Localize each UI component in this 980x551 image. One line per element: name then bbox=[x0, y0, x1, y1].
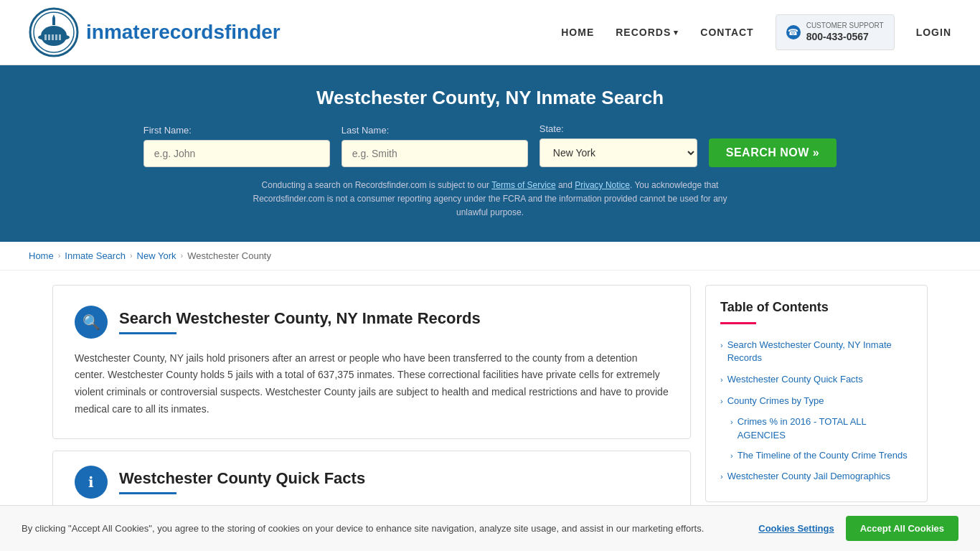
toc-sub-item-1[interactable]: › Crimes % in 2016 - TOTAL ALL AGENCIES bbox=[720, 412, 913, 445]
toc-sub-item-2[interactable]: › The Timeline of the County Crime Trend… bbox=[720, 446, 913, 466]
toc-title: Table of Contents bbox=[720, 300, 913, 315]
chevron-right-icon-6: › bbox=[720, 471, 723, 482]
cookie-accept-button[interactable]: Accept All Cookies bbox=[846, 516, 958, 540]
breadcrumb: Home › Inmate Search › New York › Westch… bbox=[0, 242, 980, 270]
hero-section: Westchester County, NY Inmate Search Fir… bbox=[0, 65, 980, 242]
section2-title-block: Westchester County Quick Facts bbox=[119, 469, 365, 494]
toc-card: Table of Contents › Search Westchester C… bbox=[705, 285, 928, 503]
section1-title-block: Search Westchester County, NY Inmate Rec… bbox=[119, 309, 481, 334]
logo-icon bbox=[29, 7, 79, 57]
site-header: inmaterecordsfinder HOME RECORDS ▾ CONTA… bbox=[0, 0, 980, 65]
svg-rect-6 bbox=[44, 34, 47, 40]
search-icon: 🔍 bbox=[75, 306, 108, 339]
toc-item-4[interactable]: › Westchester County Jail Demographics bbox=[720, 466, 913, 487]
search-button[interactable]: SEARCH NOW » bbox=[709, 138, 837, 167]
cookie-settings-button[interactable]: Cookies Settings bbox=[758, 523, 834, 534]
section2-header: ℹ Westchester County Quick Facts bbox=[75, 466, 669, 499]
svg-rect-4 bbox=[52, 18, 55, 25]
toc-divider bbox=[720, 322, 756, 324]
toc-item-3[interactable]: › County Crimes by Type bbox=[720, 390, 913, 412]
sidebar: Table of Contents › Search Westchester C… bbox=[705, 285, 928, 525]
toc-item-1[interactable]: › Search Westchester County, NY Inmate R… bbox=[720, 334, 913, 369]
first-name-label: First Name: bbox=[143, 125, 192, 136]
breadcrumb-sep-2: › bbox=[130, 251, 133, 260]
chevron-right-icon-5: › bbox=[730, 451, 733, 461]
nav-home[interactable]: HOME bbox=[561, 27, 594, 38]
logo-text: inmaterecordsfinder bbox=[86, 21, 281, 44]
section2-underline bbox=[119, 492, 176, 494]
chevron-right-icon-3: › bbox=[720, 396, 723, 407]
last-name-label: Last Name: bbox=[341, 125, 389, 136]
first-name-input[interactable] bbox=[143, 140, 330, 167]
content-area: 🔍 Search Westchester County, NY Inmate R… bbox=[52, 285, 691, 525]
hero-disclaimer: Conducting a search on Recordsfinder.com… bbox=[239, 179, 741, 220]
toc-item-2[interactable]: › Westchester County Quick Facts bbox=[720, 369, 913, 390]
info-icon: ℹ bbox=[75, 466, 108, 499]
svg-rect-7 bbox=[48, 34, 50, 40]
hero-title: Westchester County, NY Inmate Search bbox=[29, 87, 951, 109]
last-name-group: Last Name: bbox=[341, 125, 528, 167]
cookie-actions: Cookies Settings Accept All Cookies bbox=[758, 516, 958, 540]
nav-login[interactable]: LOGIN bbox=[916, 27, 951, 38]
customer-support-button[interactable]: ☎ CUSTOMER SUPPORT 800-433-0567 bbox=[776, 14, 895, 50]
cookie-banner: By clicking "Accept All Cookies", you ag… bbox=[0, 505, 980, 540]
chevron-right-icon-1: › bbox=[720, 340, 723, 351]
nav-contact[interactable]: CONTACT bbox=[700, 27, 753, 38]
main-content: 🔍 Search Westchester County, NY Inmate R… bbox=[24, 270, 956, 540]
breadcrumb-current: Westchester County bbox=[187, 250, 271, 261]
logo[interactable]: inmaterecordsfinder bbox=[29, 7, 281, 57]
section1-header: 🔍 Search Westchester County, NY Inmate R… bbox=[75, 306, 669, 339]
phone-icon: ☎ bbox=[786, 25, 801, 39]
last-name-input[interactable] bbox=[341, 140, 528, 167]
support-text: CUSTOMER SUPPORT 800-433-0567 bbox=[806, 21, 884, 43]
section2-title: Westchester County Quick Facts bbox=[119, 469, 365, 488]
svg-rect-8 bbox=[52, 34, 54, 40]
breadcrumb-sep-3: › bbox=[181, 251, 184, 260]
tos-link[interactable]: Terms of Service bbox=[491, 180, 555, 190]
chevron-right-icon-2: › bbox=[720, 375, 723, 385]
svg-rect-10 bbox=[59, 34, 61, 40]
nav-records[interactable]: RECORDS ▾ bbox=[616, 27, 679, 38]
chevron-down-icon: ▾ bbox=[674, 28, 679, 37]
section-title-underline bbox=[119, 332, 176, 334]
svg-rect-9 bbox=[55, 34, 57, 40]
first-name-group: First Name: bbox=[143, 125, 330, 167]
section1-body: Westchester County, NY jails hold prison… bbox=[75, 350, 669, 418]
section1-title: Search Westchester County, NY Inmate Rec… bbox=[119, 309, 481, 328]
section1-card: 🔍 Search Westchester County, NY Inmate R… bbox=[52, 285, 691, 439]
breadcrumb-new-york[interactable]: New York bbox=[137, 250, 176, 261]
state-select[interactable]: AlabamaAlaskaArizonaArkansasCaliforniaCo… bbox=[540, 138, 697, 167]
state-label: State: bbox=[540, 123, 564, 134]
chevron-right-icon-4: › bbox=[730, 417, 733, 428]
main-nav: HOME RECORDS ▾ CONTACT ☎ CUSTOMER SUPPOR… bbox=[561, 14, 951, 50]
breadcrumb-sep-1: › bbox=[58, 251, 61, 260]
state-group: State: AlabamaAlaskaArizonaArkansasCalif… bbox=[540, 123, 697, 167]
breadcrumb-inmate-search[interactable]: Inmate Search bbox=[65, 250, 126, 261]
cookie-text: By clicking "Accept All Cookies", you ag… bbox=[22, 522, 744, 536]
breadcrumb-home[interactable]: Home bbox=[29, 250, 54, 261]
search-form: First Name: Last Name: State: AlabamaAla… bbox=[29, 123, 951, 167]
privacy-link[interactable]: Privacy Notice bbox=[575, 180, 630, 190]
